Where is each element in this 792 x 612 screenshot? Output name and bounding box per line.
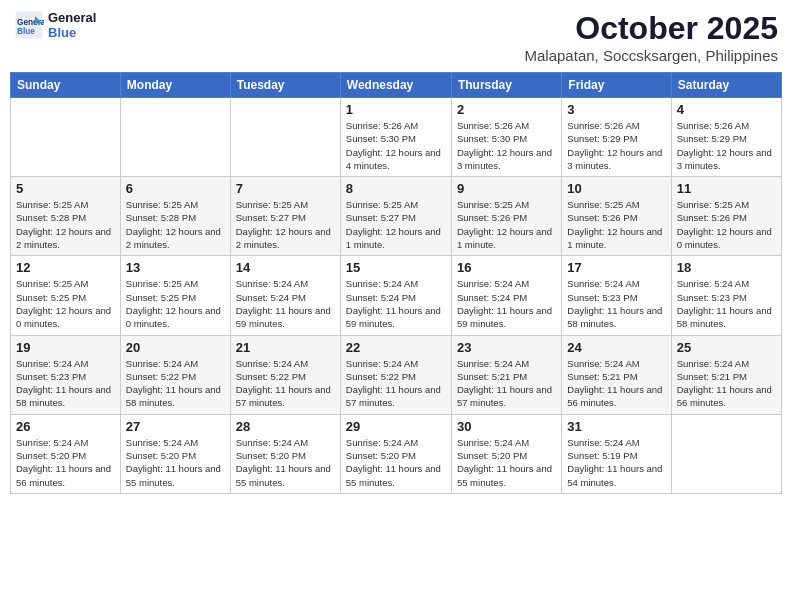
title-area: October 2025 Malapatan, Soccsksargen, Ph…	[525, 10, 778, 64]
location-title: Malapatan, Soccsksargen, Philippines	[525, 47, 778, 64]
day-number: 25	[677, 340, 776, 355]
calendar-cell	[120, 98, 230, 177]
day-number: 27	[126, 419, 225, 434]
day-number: 11	[677, 181, 776, 196]
day-number: 2	[457, 102, 556, 117]
day-info: Sunrise: 5:24 AMSunset: 5:20 PMDaylight:…	[457, 436, 556, 489]
day-number: 9	[457, 181, 556, 196]
day-info: Sunrise: 5:25 AMSunset: 5:27 PMDaylight:…	[346, 198, 446, 251]
calendar-cell: 25 Sunrise: 5:24 AMSunset: 5:21 PMDaylig…	[671, 335, 781, 414]
day-info: Sunrise: 5:26 AMSunset: 5:30 PMDaylight:…	[346, 119, 446, 172]
calendar-cell: 8 Sunrise: 5:25 AMSunset: 5:27 PMDayligh…	[340, 177, 451, 256]
day-number: 14	[236, 260, 335, 275]
calendar-week-4: 19 Sunrise: 5:24 AMSunset: 5:23 PMDaylig…	[11, 335, 782, 414]
day-info: Sunrise: 5:25 AMSunset: 5:28 PMDaylight:…	[126, 198, 225, 251]
weekday-header-sunday: Sunday	[11, 73, 121, 98]
day-number: 1	[346, 102, 446, 117]
day-info: Sunrise: 5:24 AMSunset: 5:23 PMDaylight:…	[16, 357, 115, 410]
day-number: 15	[346, 260, 446, 275]
day-number: 6	[126, 181, 225, 196]
day-info: Sunrise: 5:24 AMSunset: 5:24 PMDaylight:…	[457, 277, 556, 330]
calendar-cell: 4 Sunrise: 5:26 AMSunset: 5:29 PMDayligh…	[671, 98, 781, 177]
weekday-header-wednesday: Wednesday	[340, 73, 451, 98]
calendar-cell: 1 Sunrise: 5:26 AMSunset: 5:30 PMDayligh…	[340, 98, 451, 177]
day-info: Sunrise: 5:24 AMSunset: 5:21 PMDaylight:…	[677, 357, 776, 410]
calendar-week-5: 26 Sunrise: 5:24 AMSunset: 5:20 PMDaylig…	[11, 414, 782, 493]
svg-text:Blue: Blue	[17, 27, 35, 36]
logo-icon: General Blue	[14, 10, 44, 40]
calendar-cell: 31 Sunrise: 5:24 AMSunset: 5:19 PMDaylig…	[562, 414, 671, 493]
calendar-cell: 7 Sunrise: 5:25 AMSunset: 5:27 PMDayligh…	[230, 177, 340, 256]
calendar-cell: 27 Sunrise: 5:24 AMSunset: 5:20 PMDaylig…	[120, 414, 230, 493]
calendar-cell: 10 Sunrise: 5:25 AMSunset: 5:26 PMDaylig…	[562, 177, 671, 256]
day-info: Sunrise: 5:25 AMSunset: 5:27 PMDaylight:…	[236, 198, 335, 251]
page-header: General Blue General Blue October 2025 M…	[10, 10, 782, 64]
calendar-cell: 2 Sunrise: 5:26 AMSunset: 5:30 PMDayligh…	[451, 98, 561, 177]
calendar-cell: 23 Sunrise: 5:24 AMSunset: 5:21 PMDaylig…	[451, 335, 561, 414]
calendar-week-2: 5 Sunrise: 5:25 AMSunset: 5:28 PMDayligh…	[11, 177, 782, 256]
day-number: 17	[567, 260, 665, 275]
day-info: Sunrise: 5:26 AMSunset: 5:29 PMDaylight:…	[677, 119, 776, 172]
calendar-cell	[11, 98, 121, 177]
day-number: 8	[346, 181, 446, 196]
day-number: 10	[567, 181, 665, 196]
day-number: 4	[677, 102, 776, 117]
day-info: Sunrise: 5:24 AMSunset: 5:22 PMDaylight:…	[346, 357, 446, 410]
day-info: Sunrise: 5:24 AMSunset: 5:21 PMDaylight:…	[567, 357, 665, 410]
calendar-week-1: 1 Sunrise: 5:26 AMSunset: 5:30 PMDayligh…	[11, 98, 782, 177]
day-number: 31	[567, 419, 665, 434]
calendar: SundayMondayTuesdayWednesdayThursdayFrid…	[10, 72, 782, 494]
day-number: 28	[236, 419, 335, 434]
day-number: 22	[346, 340, 446, 355]
calendar-cell: 28 Sunrise: 5:24 AMSunset: 5:20 PMDaylig…	[230, 414, 340, 493]
weekday-header-monday: Monday	[120, 73, 230, 98]
day-number: 29	[346, 419, 446, 434]
day-info: Sunrise: 5:25 AMSunset: 5:28 PMDaylight:…	[16, 198, 115, 251]
calendar-cell: 11 Sunrise: 5:25 AMSunset: 5:26 PMDaylig…	[671, 177, 781, 256]
day-info: Sunrise: 5:25 AMSunset: 5:25 PMDaylight:…	[16, 277, 115, 330]
calendar-cell: 26 Sunrise: 5:24 AMSunset: 5:20 PMDaylig…	[11, 414, 121, 493]
calendar-cell: 14 Sunrise: 5:24 AMSunset: 5:24 PMDaylig…	[230, 256, 340, 335]
calendar-cell: 16 Sunrise: 5:24 AMSunset: 5:24 PMDaylig…	[451, 256, 561, 335]
day-number: 24	[567, 340, 665, 355]
day-info: Sunrise: 5:24 AMSunset: 5:20 PMDaylight:…	[346, 436, 446, 489]
calendar-cell: 17 Sunrise: 5:24 AMSunset: 5:23 PMDaylig…	[562, 256, 671, 335]
weekday-header-tuesday: Tuesday	[230, 73, 340, 98]
day-info: Sunrise: 5:24 AMSunset: 5:19 PMDaylight:…	[567, 436, 665, 489]
day-number: 21	[236, 340, 335, 355]
day-info: Sunrise: 5:24 AMSunset: 5:20 PMDaylight:…	[16, 436, 115, 489]
weekday-header-friday: Friday	[562, 73, 671, 98]
day-info: Sunrise: 5:24 AMSunset: 5:24 PMDaylight:…	[236, 277, 335, 330]
calendar-cell: 18 Sunrise: 5:24 AMSunset: 5:23 PMDaylig…	[671, 256, 781, 335]
day-number: 19	[16, 340, 115, 355]
calendar-cell: 9 Sunrise: 5:25 AMSunset: 5:26 PMDayligh…	[451, 177, 561, 256]
calendar-cell: 13 Sunrise: 5:25 AMSunset: 5:25 PMDaylig…	[120, 256, 230, 335]
day-info: Sunrise: 5:25 AMSunset: 5:26 PMDaylight:…	[457, 198, 556, 251]
calendar-cell: 15 Sunrise: 5:24 AMSunset: 5:24 PMDaylig…	[340, 256, 451, 335]
day-info: Sunrise: 5:24 AMSunset: 5:20 PMDaylight:…	[126, 436, 225, 489]
day-number: 5	[16, 181, 115, 196]
day-info: Sunrise: 5:26 AMSunset: 5:29 PMDaylight:…	[567, 119, 665, 172]
calendar-cell: 22 Sunrise: 5:24 AMSunset: 5:22 PMDaylig…	[340, 335, 451, 414]
day-number: 30	[457, 419, 556, 434]
day-info: Sunrise: 5:24 AMSunset: 5:23 PMDaylight:…	[567, 277, 665, 330]
day-info: Sunrise: 5:26 AMSunset: 5:30 PMDaylight:…	[457, 119, 556, 172]
calendar-cell: 21 Sunrise: 5:24 AMSunset: 5:22 PMDaylig…	[230, 335, 340, 414]
logo: General Blue General Blue	[14, 10, 96, 40]
day-number: 20	[126, 340, 225, 355]
month-title: October 2025	[525, 10, 778, 47]
calendar-cell: 19 Sunrise: 5:24 AMSunset: 5:23 PMDaylig…	[11, 335, 121, 414]
day-info: Sunrise: 5:25 AMSunset: 5:26 PMDaylight:…	[567, 198, 665, 251]
day-number: 13	[126, 260, 225, 275]
day-number: 18	[677, 260, 776, 275]
calendar-week-3: 12 Sunrise: 5:25 AMSunset: 5:25 PMDaylig…	[11, 256, 782, 335]
day-info: Sunrise: 5:24 AMSunset: 5:20 PMDaylight:…	[236, 436, 335, 489]
calendar-cell: 30 Sunrise: 5:24 AMSunset: 5:20 PMDaylig…	[451, 414, 561, 493]
day-number: 3	[567, 102, 665, 117]
day-number: 26	[16, 419, 115, 434]
day-number: 7	[236, 181, 335, 196]
day-number: 16	[457, 260, 556, 275]
day-number: 23	[457, 340, 556, 355]
calendar-cell: 5 Sunrise: 5:25 AMSunset: 5:28 PMDayligh…	[11, 177, 121, 256]
day-info: Sunrise: 5:24 AMSunset: 5:22 PMDaylight:…	[126, 357, 225, 410]
